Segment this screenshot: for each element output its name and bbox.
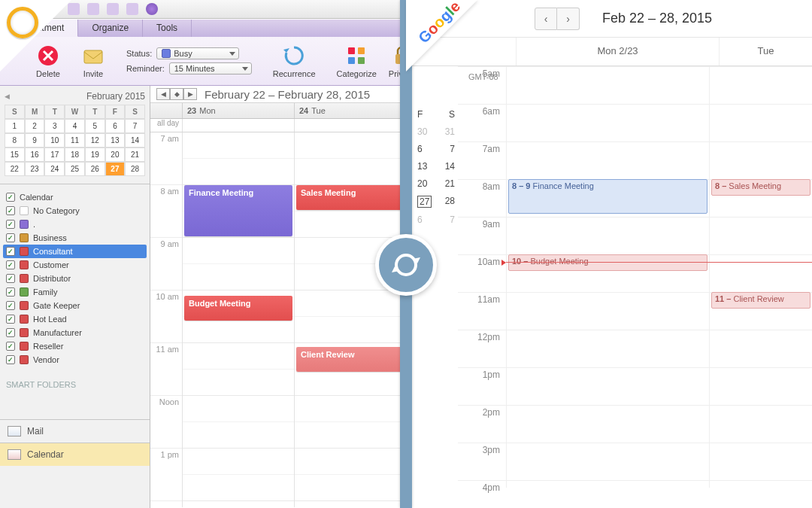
checkbox-icon[interactable] bbox=[6, 287, 15, 297]
calendar-event[interactable]: Finance Meeting bbox=[184, 185, 292, 236]
google-grid[interactable]: 5am6am7am8am9am10am11am12pm1pm2pm3pm4pm … bbox=[458, 66, 812, 488]
time-slot[interactable] bbox=[295, 475, 406, 501]
checkbox-icon[interactable] bbox=[6, 328, 15, 337]
time-slot[interactable] bbox=[507, 330, 709, 367]
time-slot[interactable] bbox=[507, 443, 709, 480]
mini-cal-day[interactable]: 8 bbox=[5, 133, 25, 148]
category-item[interactable]: Reseller bbox=[3, 339, 147, 353]
time-slot[interactable] bbox=[710, 405, 812, 443]
checkbox-icon[interactable] bbox=[6, 274, 15, 283]
qat-icon[interactable] bbox=[107, 3, 119, 15]
time-slot[interactable] bbox=[295, 501, 406, 507]
mini-cal-day[interactable]: 20 bbox=[105, 148, 126, 162]
time-slot[interactable] bbox=[295, 211, 406, 238]
mini-cal-day[interactable]: 3 bbox=[44, 119, 65, 133]
mini-cal-day[interactable]: 28 bbox=[125, 162, 145, 176]
mini-cal-day[interactable]: 6 bbox=[105, 119, 126, 133]
google-mini-days[interactable]: FS30316713142021272867 bbox=[417, 109, 455, 232]
status-dropdown[interactable]: Busy bbox=[156, 47, 239, 59]
time-slot[interactable] bbox=[507, 104, 709, 141]
mini-cal-day[interactable]: 22 bbox=[5, 162, 25, 176]
mini-cal-day[interactable]: 14 bbox=[125, 133, 145, 148]
time-slot[interactable] bbox=[507, 217, 709, 254]
calendar-event[interactable]: Sales Meeting bbox=[296, 185, 404, 210]
time-slot[interactable] bbox=[183, 475, 294, 501]
time-slot[interactable] bbox=[183, 317, 294, 343]
tab-organize[interactable]: Organize bbox=[78, 20, 143, 37]
mini-cal-day[interactable]: 2 bbox=[25, 119, 45, 133]
category-item[interactable]: Customer bbox=[3, 258, 147, 272]
qat-icon[interactable] bbox=[87, 3, 99, 15]
checkbox-icon[interactable] bbox=[6, 342, 15, 351]
mini-cal-day[interactable]: 16 bbox=[25, 148, 45, 162]
category-item[interactable]: . bbox=[3, 217, 147, 231]
time-slot[interactable] bbox=[183, 159, 294, 185]
mini-cal-day[interactable]: 9 bbox=[25, 133, 45, 148]
time-slot[interactable] bbox=[183, 370, 294, 396]
time-slot[interactable] bbox=[183, 422, 294, 449]
next-button[interactable]: ▶ bbox=[183, 88, 197, 100]
time-slot[interactable] bbox=[710, 104, 812, 141]
category-item[interactable]: Hot Lead bbox=[3, 312, 147, 326]
checkbox-icon[interactable] bbox=[6, 193, 15, 202]
mini-cal-day[interactable]: 7 bbox=[125, 119, 145, 133]
mini-cal-day[interactable]: 26 bbox=[85, 162, 105, 176]
checkbox-icon[interactable] bbox=[6, 206, 15, 215]
invite-button[interactable]: Invite bbox=[75, 42, 111, 80]
time-slot[interactable] bbox=[507, 480, 709, 508]
mini-cal-day[interactable]: 4 bbox=[65, 119, 85, 133]
mini-cal-day[interactable]: 12 bbox=[85, 133, 105, 148]
category-item[interactable]: Gate Keeper bbox=[3, 299, 147, 312]
time-slot[interactable] bbox=[507, 292, 709, 330]
today-button[interactable]: ◆ bbox=[170, 88, 183, 100]
time-slot[interactable] bbox=[183, 396, 294, 422]
prev-button[interactable]: ◀ bbox=[156, 88, 170, 100]
time-slot[interactable] bbox=[295, 370, 406, 396]
mini-day-row[interactable]: 3031 bbox=[417, 126, 455, 137]
mini-cal-day[interactable]: 23 bbox=[25, 162, 45, 176]
tab-tools[interactable]: Tools bbox=[143, 20, 192, 37]
time-slot[interactable] bbox=[507, 66, 709, 104]
calendar-event[interactable]: 8 – 9 Finance Meeting bbox=[508, 179, 707, 214]
mini-day-row[interactable]: 2021 bbox=[417, 178, 455, 189]
mini-cal-day[interactable]: 24 bbox=[44, 162, 65, 176]
category-item[interactable]: Distributor bbox=[3, 272, 147, 285]
qat-icon[interactable] bbox=[126, 3, 138, 15]
mini-day-row[interactable]: 67 bbox=[417, 214, 455, 225]
mini-day-row[interactable]: 2728 bbox=[417, 196, 455, 208]
time-slot[interactable] bbox=[183, 132, 294, 159]
next-button[interactable]: › bbox=[557, 8, 580, 30]
time-slot[interactable] bbox=[295, 449, 406, 475]
time-slot[interactable] bbox=[710, 443, 812, 480]
sidebar-item-mail[interactable]: Mail bbox=[0, 419, 150, 443]
mini-day-row[interactable]: 67 bbox=[417, 144, 455, 154]
mini-cal-day[interactable]: 15 bbox=[5, 148, 25, 162]
checkbox-icon[interactable] bbox=[6, 260, 15, 269]
time-slot[interactable] bbox=[183, 501, 294, 507]
checkbox-icon[interactable] bbox=[6, 301, 15, 310]
mini-cal-day[interactable]: 18 bbox=[65, 148, 85, 162]
help-icon[interactable] bbox=[146, 3, 158, 15]
time-slot[interactable] bbox=[183, 343, 294, 370]
sidebar-item-calendar[interactable]: Calendar bbox=[0, 443, 150, 466]
mini-cal-day[interactable]: 5 bbox=[85, 119, 105, 133]
calendar-event[interactable]: Client Review bbox=[296, 347, 404, 372]
categorize-button[interactable]: Categorize bbox=[331, 42, 383, 80]
category-item[interactable]: Vendor bbox=[3, 353, 147, 367]
time-slot[interactable] bbox=[183, 238, 294, 264]
time-slot[interactable] bbox=[507, 367, 709, 405]
time-slot[interactable] bbox=[295, 317, 406, 343]
mini-calendar[interactable]: February 2015 SMTWTFS1234567891011121314… bbox=[0, 86, 150, 184]
mini-cal-day[interactable]: 1 bbox=[5, 119, 25, 133]
time-slot[interactable] bbox=[507, 405, 709, 443]
mini-cal-day[interactable]: 27 bbox=[105, 162, 126, 176]
time-slot[interactable] bbox=[507, 141, 709, 179]
calendar-event[interactable]: Budget Meeting bbox=[184, 296, 292, 321]
calendar-event[interactable]: 11 – Client Review bbox=[711, 292, 810, 309]
mini-cal-day[interactable]: 17 bbox=[44, 148, 65, 162]
time-slot[interactable] bbox=[295, 291, 406, 317]
calendar-event[interactable]: 8 – Sales Meeting bbox=[711, 179, 810, 196]
mini-day-row[interactable]: 1314 bbox=[417, 161, 455, 172]
checkbox-icon[interactable] bbox=[6, 355, 15, 364]
time-slot[interactable] bbox=[710, 66, 812, 104]
